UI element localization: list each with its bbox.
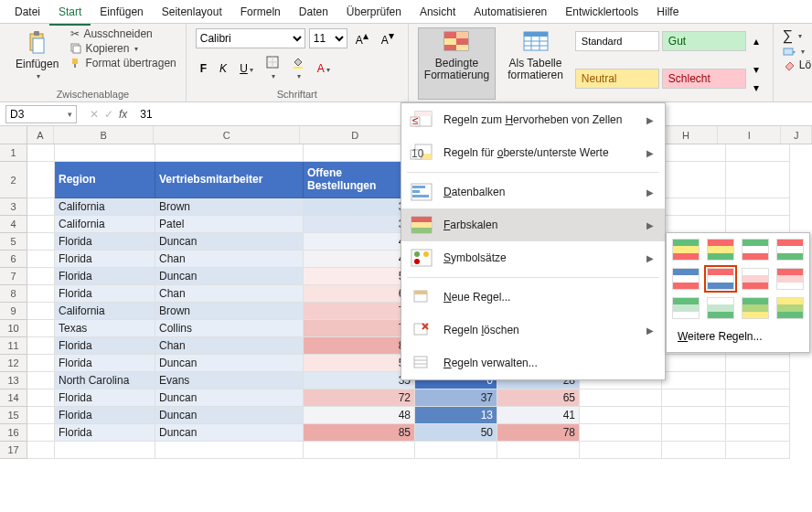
cell[interactable] — [662, 389, 726, 407]
row-header[interactable]: 17 — [0, 442, 27, 459]
fx-icon[interactable]: fx — [119, 108, 127, 121]
cell[interactable] — [497, 442, 580, 459]
cell[interactable] — [726, 216, 790, 233]
cell[interactable] — [27, 303, 55, 320]
menu-new-rule[interactable]: Neue Regel... — [401, 281, 665, 314]
increase-font-button[interactable]: A▴ — [351, 27, 373, 48]
cell[interactable] — [662, 162, 726, 198]
cell-d[interactable]: 44 — [304, 233, 415, 251]
cell-d[interactable]: 83 — [304, 337, 415, 355]
colorscale-ryg[interactable] — [707, 239, 734, 261]
cell-e[interactable]: 50 — [415, 424, 497, 442]
menu-iconsets[interactable]: Symbolsätze ▶ — [401, 241, 665, 274]
bold-button[interactable]: F — [196, 60, 211, 77]
cell-d[interactable]: 57 — [304, 268, 415, 285]
name-box[interactable]: ▾ — [5, 105, 77, 123]
cell-f[interactable]: 41 — [497, 407, 580, 424]
col-header-A[interactable]: A — [27, 126, 55, 144]
colorscale-bwr[interactable] — [672, 268, 700, 290]
italic-button[interactable]: K — [215, 60, 231, 77]
underline-button[interactable]: U▾ — [235, 60, 258, 77]
styles-more[interactable]: ▾ — [749, 80, 764, 96]
cell-f[interactable]: 65 — [497, 389, 580, 407]
cell-d[interactable]: 48 — [304, 407, 415, 424]
cell[interactable] — [27, 268, 55, 285]
border-button[interactable]: ▾ — [262, 54, 283, 83]
cell[interactable] — [726, 162, 790, 198]
cell-region[interactable]: California — [55, 216, 155, 233]
colorscale-yg[interactable] — [776, 297, 804, 319]
menu-databars[interactable]: Datenbalken ▶ — [401, 176, 665, 208]
name-box-input[interactable] — [10, 108, 68, 121]
conditional-formatting-button[interactable]: Bedingte Formatierung — [418, 27, 496, 100]
cell[interactable] — [27, 389, 55, 407]
cell-rep[interactable]: Duncan — [155, 355, 304, 372]
cell[interactable] — [726, 407, 790, 424]
cell[interactable] — [580, 424, 662, 442]
cell[interactable] — [726, 198, 790, 216]
cell-region[interactable]: Florida — [55, 268, 155, 285]
row-header[interactable]: 6 — [0, 251, 27, 268]
cell-d[interactable]: 31 — [304, 198, 415, 216]
confirm-formula-icon[interactable]: ✓ — [104, 108, 113, 121]
cell-region[interactable]: Florida — [55, 355, 155, 372]
cell[interactable] — [155, 144, 304, 162]
paste-button[interactable]: Einfügen ▾ — [9, 27, 65, 89]
cell[interactable] — [304, 442, 415, 459]
cell[interactable] — [662, 424, 726, 442]
col-header-I[interactable]: I — [718, 126, 781, 144]
menu-tab-hilfe[interactable]: Hilfe — [647, 2, 688, 24]
cell[interactable] — [55, 144, 155, 162]
cell-d[interactable]: 72 — [304, 389, 415, 407]
menu-tab-automatisieren[interactable]: Automatisieren — [465, 2, 556, 24]
row-header[interactable]: 13 — [0, 372, 27, 389]
cell-rep[interactable]: Chan — [155, 251, 304, 268]
menu-tab-start[interactable]: Start — [49, 2, 91, 26]
cell-region[interactable]: Florida — [55, 251, 155, 268]
cell[interactable] — [580, 407, 662, 424]
menu-tab-seitenlayout[interactable]: Seitenlayout — [153, 2, 231, 24]
cell-d[interactable]: 70 — [304, 303, 415, 320]
row-header[interactable]: 12 — [0, 355, 27, 372]
menu-manage-rules[interactable]: Regeln verwalten... — [401, 347, 665, 379]
styles-scroll-down[interactable]: ▾ — [749, 61, 764, 78]
row-header[interactable]: 9 — [0, 303, 27, 320]
cell[interactable] — [27, 233, 55, 251]
cell-rep[interactable]: Duncan — [155, 268, 304, 285]
cut-button[interactable]: ✂ Ausschneiden — [70, 27, 176, 40]
cell-d[interactable]: 85 — [304, 424, 415, 442]
colorscale-gyC[interactable] — [672, 239, 700, 261]
cell-rep[interactable]: Duncan — [155, 389, 304, 407]
cell[interactable] — [27, 162, 55, 198]
col-header-C[interactable]: C — [154, 126, 300, 144]
row-header[interactable]: 3 — [0, 198, 27, 216]
font-size-select[interactable]: 11 — [309, 28, 347, 48]
row-header[interactable]: 16 — [0, 424, 27, 442]
cell[interactable] — [726, 424, 790, 442]
cell-rep[interactable]: Collins — [155, 320, 304, 337]
col-header-D[interactable]: D — [300, 126, 411, 144]
row-header[interactable]: 10 — [0, 320, 27, 337]
cell-f[interactable]: 78 — [497, 424, 580, 442]
cell-d[interactable]: 59 — [304, 355, 415, 372]
styles-scroll-up[interactable]: ▴ — [749, 33, 764, 49]
menu-clear-rules[interactable]: Regeln löschen ▶ — [401, 314, 665, 347]
cell[interactable] — [580, 442, 662, 459]
colorscale-rwb[interactable] — [707, 268, 734, 290]
fill-color-button[interactable]: ▾ — [287, 54, 309, 83]
cell[interactable] — [27, 285, 55, 303]
select-all-corner[interactable] — [0, 126, 27, 144]
row-header[interactable]: 2 — [0, 162, 27, 198]
cell-d[interactable]: 35 — [304, 372, 415, 389]
decrease-font-button[interactable]: A▾ — [377, 27, 399, 48]
cell-region[interactable]: California — [55, 303, 155, 320]
row-header[interactable]: 7 — [0, 268, 27, 285]
row-header[interactable]: 14 — [0, 389, 27, 407]
row-header[interactable]: 4 — [0, 216, 27, 233]
font-color-button[interactable]: A▾ — [313, 60, 335, 77]
cell-region[interactable]: Florida — [55, 337, 155, 355]
cell[interactable] — [726, 372, 790, 389]
menu-tab-datei[interactable]: Datei — [5, 2, 49, 24]
cell-e[interactable]: 13 — [415, 407, 497, 424]
cell[interactable] — [27, 251, 55, 268]
